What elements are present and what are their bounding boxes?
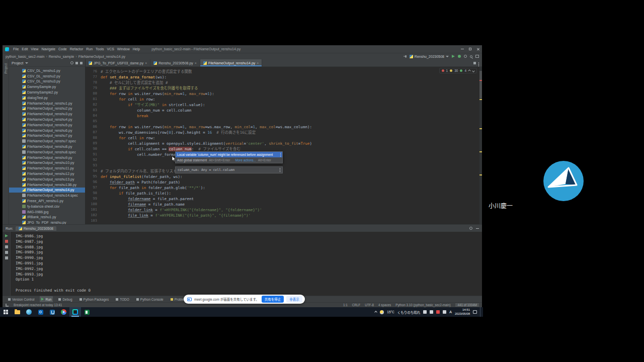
project-tree-item[interactable]: DammySample2.py [9, 89, 85, 95]
breadcrumb-item[interactable]: FileNameOutput_renshu14.py [78, 55, 125, 58]
line-number[interactable]: 85 [86, 119, 101, 124]
code-line[interactable]: 77def set_data_area_format(ws): [86, 74, 482, 80]
project-tree-item[interactable]: FileNameOutput_renshu13.py [9, 176, 85, 182]
line-number[interactable]: 98 [86, 191, 101, 196]
line-number[interactable]: 88 [86, 135, 101, 141]
inspections-widget[interactable]: 1 30 4 [439, 68, 477, 73]
taskbar-edge-icon[interactable] [23, 307, 35, 317]
project-tree-item[interactable]: FileNameOutput_renshu7.spec [9, 138, 85, 144]
warning-mark[interactable] [479, 151, 482, 152]
network-icon[interactable] [430, 310, 433, 314]
menu-run[interactable]: Run [85, 47, 94, 51]
code-line[interactable]: 94# フォルダ内のファイル名、拡張子をリストに [86, 168, 482, 174]
run-config-select[interactable]: Renshu_20230508 [410, 55, 449, 58]
rerun-icon[interactable] [5, 234, 8, 237]
project-tree[interactable]: CSV_DL_renshu1.pyCSV_DL_renshu2.pyCSV_DL… [9, 67, 85, 224]
tab-close-icon[interactable]: × [145, 61, 147, 65]
prev-issue-icon[interactable] [468, 69, 471, 72]
line-number[interactable]: 91 [86, 152, 101, 157]
notification-badge-icon[interactable] [436, 310, 440, 314]
status-widget[interactable]: 4 spaces [378, 303, 391, 307]
tab-close-icon[interactable]: × [195, 61, 197, 65]
project-tree-item[interactable]: DammySample.py [9, 84, 85, 89]
code-line[interactable]: 92 [86, 157, 482, 163]
maximize-icon[interactable] [469, 48, 471, 50]
next-issue-icon[interactable] [472, 69, 475, 72]
breadcrumb-item[interactable]: python_basic_sec2-main [6, 55, 44, 58]
project-tree-item[interactable]: dialogTest.py [9, 95, 85, 101]
line-number[interactable]: 93 [86, 163, 101, 168]
code-line[interactable]: 100 filename = file_path.name [86, 202, 482, 207]
split-editor-icon[interactable] [473, 62, 476, 64]
toolwindow-button-todo[interactable]: TODO [114, 296, 131, 302]
minimize-icon[interactable] [461, 49, 464, 49]
project-tree-item[interactable]: fy-balance-sheet.csv [9, 204, 85, 209]
code-line[interactable]: 80 for row in ws.iter_rows(min_row=1, ma… [86, 91, 482, 97]
gear-icon[interactable] [469, 227, 472, 230]
toolwindow-button-debug[interactable]: Debug [57, 296, 73, 302]
project-tree-item[interactable]: FileNameOutput_renshu6.py [9, 128, 85, 133]
warning-mark[interactable] [479, 99, 482, 100]
menu-edit[interactable]: Edit [20, 47, 29, 51]
warning-mark[interactable] [479, 128, 482, 129]
action-center-icon[interactable] [473, 310, 477, 314]
code-line[interactable]: 86 for row in ws.iter_rows(min_row=1, ma… [86, 124, 482, 130]
project-tree-item[interactable]: FileNameOutput_renshu8.py [9, 144, 85, 149]
warning-mark[interactable] [479, 174, 482, 175]
code-editor[interactable]: 76# エクセルシートのデータエリアの書式設定する関数77def set_dat… [86, 67, 482, 224]
project-tree-item[interactable]: FileNameOutput_renshu4.py [9, 117, 85, 122]
show-desktop-button[interactable] [480, 307, 482, 317]
stop-icon[interactable] [5, 240, 8, 243]
project-tree-item[interactable]: FileNameOutput_renshu13B.py [9, 182, 85, 188]
menu-window[interactable]: Window [116, 47, 131, 51]
status-widget[interactable]: Python 3.10 (python_basic_sec2-main) [395, 303, 450, 307]
more-options-icon[interactable] [280, 153, 281, 154]
taskbar-start-button[interactable] [0, 307, 12, 317]
line-number[interactable]: 81 [86, 97, 101, 102]
weather-temp[interactable]: 15°C [387, 310, 394, 314]
project-tree-item[interactable]: FileNameOutput_renshu5.py [9, 122, 85, 128]
code-line[interactable]: 85 [86, 119, 482, 124]
editor-tab[interactable]: FileNameOutput_renshu14.py× [200, 59, 262, 66]
taskbar-excel-icon[interactable] [81, 307, 93, 317]
locate-file-icon[interactable] [70, 61, 73, 64]
stop-sharing-button[interactable]: 共有を停止 [262, 296, 284, 303]
line-number[interactable]: 79 [86, 85, 101, 91]
project-tree-item[interactable]: FileNameOutput_renshu11.py [9, 165, 85, 171]
line-number[interactable]: 95 [86, 174, 101, 179]
project-tree-item[interactable]: FileNameOutput_renshu10.py [9, 160, 85, 166]
memory-indicator[interactable]: 441 of 1004M [455, 303, 479, 307]
collapse-all-icon[interactable] [75, 62, 78, 64]
menu-file[interactable]: File [12, 47, 20, 51]
project-tree-item[interactable]: FileNameOutput_renshu3.py [9, 111, 85, 117]
toolwindow-button-vcs[interactable]: Version Control [7, 296, 36, 302]
code-line[interactable]: 88 for cell in row: [86, 135, 482, 141]
line-number[interactable]: 99 [86, 196, 101, 202]
quick-fix-action[interactable]: Add global statement [177, 158, 207, 162]
line-number[interactable]: 89 [86, 141, 101, 146]
build-icon[interactable] [404, 55, 407, 58]
code-line[interactable]: 84 break [86, 113, 482, 119]
line-number[interactable]: 86 [86, 124, 101, 130]
menu-view[interactable]: View [29, 47, 40, 51]
more-options-icon[interactable] [280, 168, 281, 169]
code-line[interactable]: 98 if file_path.is_file(): [86, 191, 482, 196]
line-number[interactable]: 90 [86, 146, 101, 152]
code-line[interactable]: 90 if cell.column == column_num: # ファイルサ… [86, 146, 482, 152]
code-line[interactable]: 96 folder_path = Path(folder_path) [86, 179, 482, 185]
project-tree-item[interactable]: CSV_DL_renshu2.py [9, 73, 85, 79]
line-number[interactable]: 78 [86, 80, 101, 85]
project-tree-item[interactable]: FileNameOutput_renshu2.py [9, 106, 85, 112]
project-tree-item[interactable]: FileNameOutput_renshu9.py [9, 155, 85, 160]
hide-bar-button[interactable]: 非表示 [286, 296, 302, 303]
line-number[interactable]: 80 [86, 91, 101, 97]
line-number[interactable]: 92 [86, 157, 101, 163]
code-line[interactable]: 103 [86, 218, 482, 224]
code-area[interactable]: 76# エクセルシートのデータエリアの書式設定する関数77def set_dat… [86, 67, 482, 224]
run-icon[interactable] [452, 55, 455, 58]
hidden-icons-chevron-icon[interactable] [374, 311, 377, 314]
editor-tab[interactable]: Renshu_20230508.py× [150, 59, 200, 66]
line-number[interactable]: 100 [86, 202, 101, 207]
project-tree-item[interactable]: FileNameOutput_renshu14.spec [9, 193, 85, 198]
gear-icon[interactable] [80, 62, 83, 64]
